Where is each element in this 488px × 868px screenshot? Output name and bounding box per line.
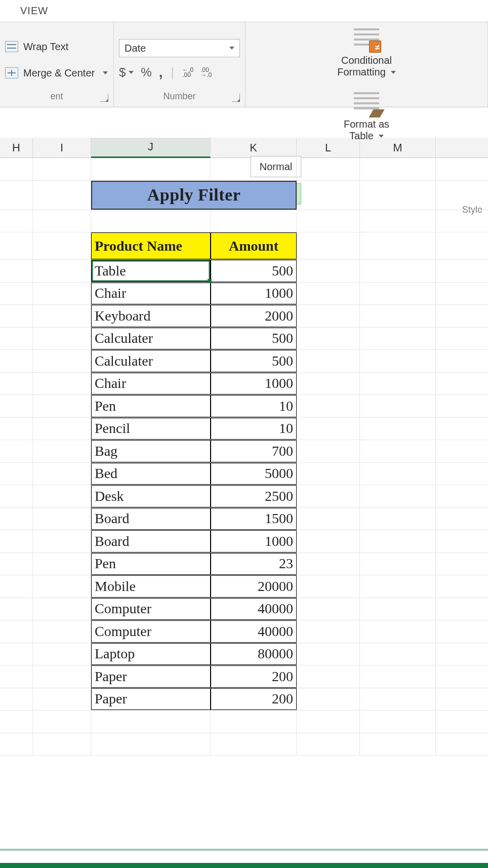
cell[interactable] (211, 711, 297, 733)
table-row[interactable]: Laptop80000 (0, 643, 488, 666)
cell[interactable] (0, 508, 33, 530)
cell[interactable] (211, 210, 297, 232)
cell[interactable] (0, 210, 33, 232)
cell[interactable] (33, 440, 91, 462)
table-row[interactable]: Board1000 (0, 530, 488, 553)
product-cell[interactable]: Paper (91, 688, 211, 711)
amount-cell[interactable]: 2500 (211, 485, 297, 507)
increase-decimal-button[interactable]: ←.0.00 (182, 67, 193, 77)
dialog-launcher-icon[interactable] (232, 94, 240, 102)
header-product[interactable]: Product Name (91, 232, 211, 259)
cell[interactable] (0, 463, 33, 485)
cell[interactable] (33, 598, 91, 620)
cell[interactable] (33, 575, 91, 598)
cell[interactable] (360, 260, 436, 282)
amount-cell[interactable]: 200 (211, 665, 297, 688)
amount-cell[interactable]: 23 (211, 553, 297, 575)
product-cell[interactable]: Keyboard (91, 305, 211, 327)
cell[interactable] (33, 350, 91, 372)
cell[interactable] (297, 643, 360, 665)
cell[interactable] (0, 733, 33, 756)
grid-row[interactable] (0, 158, 488, 181)
product-cell[interactable]: Chair (91, 373, 211, 395)
cell[interactable] (360, 283, 436, 305)
cell[interactable] (297, 485, 360, 507)
product-cell[interactable]: Table (91, 260, 211, 282)
cell[interactable] (33, 530, 91, 553)
product-cell[interactable]: Calculater (91, 328, 211, 350)
cell[interactable] (33, 643, 91, 665)
cell[interactable] (297, 508, 360, 530)
cell[interactable] (297, 158, 360, 180)
header-amount[interactable]: Amount (211, 232, 297, 259)
cell[interactable] (0, 711, 33, 733)
cell[interactable] (360, 328, 436, 350)
cell[interactable] (33, 283, 91, 305)
cell[interactable] (360, 508, 436, 530)
cell[interactable] (297, 350, 360, 372)
cell[interactable] (33, 620, 91, 643)
grid-row[interactable] (0, 210, 488, 233)
amount-cell[interactable]: 1000 (211, 530, 297, 553)
amount-cell[interactable]: 20000 (211, 575, 297, 598)
product-cell[interactable]: Desk (91, 485, 211, 507)
product-cell[interactable]: Board (91, 508, 211, 530)
product-cell[interactable]: Pen (91, 553, 211, 575)
cell[interactable] (91, 210, 211, 232)
product-cell[interactable]: Pen (91, 395, 211, 417)
cell[interactable] (297, 181, 360, 210)
dialog-launcher-icon[interactable] (100, 94, 108, 102)
product-cell[interactable]: Bed (91, 463, 211, 485)
grid-row[interactable]: Apply Filter (0, 181, 488, 210)
number-format-dropdown[interactable]: Date (119, 39, 240, 57)
cell[interactable] (297, 553, 360, 575)
table-row[interactable]: Pen10 (0, 395, 488, 418)
table-row[interactable]: Calculater500 (0, 350, 488, 373)
cell[interactable] (0, 575, 33, 598)
cell[interactable] (33, 373, 91, 395)
amount-cell[interactable]: 200 (211, 688, 297, 711)
amount-cell[interactable]: 40000 (211, 620, 297, 643)
cell[interactable] (0, 688, 33, 711)
cell[interactable] (91, 733, 211, 756)
cell[interactable] (33, 181, 91, 210)
cell[interactable] (0, 283, 33, 305)
cell[interactable] (0, 305, 33, 327)
cell[interactable] (33, 210, 91, 232)
table-header-row[interactable]: Product NameAmount (0, 232, 488, 260)
cell[interactable] (297, 530, 360, 553)
format-as-table-button[interactable]: Format as Table (251, 92, 482, 142)
cell[interactable] (0, 620, 33, 643)
cell[interactable] (297, 328, 360, 350)
conditional-formatting-button[interactable]: Conditional Formatting (251, 28, 482, 78)
cell[interactable] (33, 418, 91, 440)
table-row[interactable]: Pen23 (0, 553, 488, 576)
product-cell[interactable]: Calculater (91, 350, 211, 372)
cell[interactable] (297, 463, 360, 485)
cell[interactable] (33, 508, 91, 530)
cell[interactable] (360, 373, 436, 395)
cell[interactable] (360, 643, 436, 665)
amount-cell[interactable]: 5000 (211, 463, 297, 485)
cell[interactable] (297, 373, 360, 395)
table-row[interactable]: Table500 (0, 260, 488, 283)
cell[interactable] (360, 530, 436, 553)
cell[interactable] (360, 350, 436, 372)
cell[interactable] (33, 711, 91, 733)
col-header-J[interactable]: J (91, 138, 211, 158)
product-cell[interactable]: Chair (91, 283, 211, 305)
cell[interactable] (360, 733, 436, 756)
cell[interactable] (360, 688, 436, 711)
cell[interactable] (0, 350, 33, 372)
cell[interactable] (33, 328, 91, 350)
amount-cell[interactable]: 1000 (211, 283, 297, 305)
col-header-H[interactable]: H (0, 138, 33, 158)
cell[interactable] (0, 260, 33, 282)
table-row[interactable]: Pencil10 (0, 418, 488, 441)
amount-cell[interactable]: 10 (211, 418, 297, 440)
cell[interactable] (0, 328, 33, 350)
cell[interactable] (33, 395, 91, 417)
table-title[interactable]: Apply Filter (91, 181, 297, 210)
table-row[interactable]: Desk2500 (0, 485, 488, 508)
table-row[interactable]: Calculater500 (0, 328, 488, 350)
